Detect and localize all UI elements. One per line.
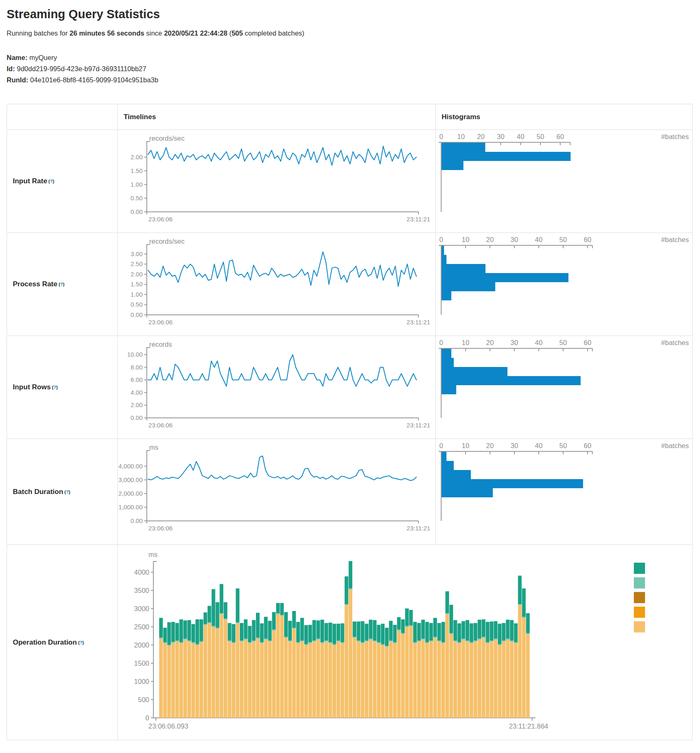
- svg-text:40: 40: [535, 442, 542, 449]
- svg-text:50: 50: [559, 236, 567, 243]
- svg-text:0: 0: [439, 236, 443, 243]
- svg-text:20: 20: [486, 442, 494, 449]
- histograms-column-header: Histograms: [436, 104, 693, 130]
- query-runid-line: RunId: 04e101e6-8bf8-4165-9099-9104c951b…: [7, 74, 697, 86]
- svg-text:23:06:06.093: 23:06:06.093: [148, 722, 188, 730]
- svg-text:10: 10: [462, 442, 469, 449]
- query-id-label: Id:: [7, 65, 15, 72]
- svg-text:50: 50: [559, 339, 567, 346]
- summary-suffix: completed batches): [243, 29, 304, 37]
- timelines-column-header: Timelines: [118, 104, 436, 130]
- input-rate-histogram-cell: #batches0102030405060: [436, 130, 693, 233]
- row-label-input-rows: Input Rows(?): [7, 336, 118, 439]
- input-rate-timeline-cell: records/sec0.000.501.001.502.0023:06:062…: [118, 130, 436, 233]
- svg-text:#batches: #batches: [661, 236, 689, 243]
- query-name-line: Name: myQuery: [7, 52, 697, 63]
- svg-text:1000: 1000: [134, 678, 149, 685]
- svg-text:0.00: 0.00: [131, 208, 143, 215]
- svg-text:4.00: 4.00: [131, 389, 143, 396]
- svg-text:23:06:06: 23:06:06: [148, 525, 172, 532]
- svg-text:50: 50: [559, 442, 567, 449]
- svg-text:10: 10: [457, 133, 465, 140]
- input-rows-histogram-chart: #batches0102030405060: [436, 337, 692, 432]
- svg-text:4000: 4000: [134, 568, 149, 576]
- svg-text:4,000.00: 4,000.00: [119, 463, 143, 470]
- input-rate-histogram-chart: #batches0102030405060: [436, 131, 692, 226]
- help-icon[interactable]: (?): [48, 179, 54, 184]
- query-metadata: Name: myQuery Id: 9d0dd219-995d-423e-b97…: [7, 52, 697, 86]
- legend-swatch: [634, 577, 645, 588]
- svg-text:0: 0: [439, 133, 443, 140]
- help-icon[interactable]: (?): [59, 282, 65, 287]
- input-rows-timeline-chart: records0.002.004.006.008.0010.0023:06:06…: [118, 337, 433, 439]
- summary-duration: 26 minutes 56 seconds: [69, 29, 144, 37]
- svg-text:1500: 1500: [134, 659, 149, 667]
- svg-text:0: 0: [439, 442, 443, 449]
- svg-text:1.00: 1.00: [131, 291, 143, 298]
- summary-paren: (: [227, 29, 232, 37]
- svg-text:0.00: 0.00: [131, 311, 143, 318]
- svg-text:3,000.00: 3,000.00: [119, 476, 143, 483]
- svg-text:60: 60: [584, 339, 591, 346]
- svg-text:23:11:21: 23:11:21: [406, 319, 430, 326]
- query-name-value: myQuery: [29, 54, 57, 61]
- help-icon[interactable]: (?): [78, 640, 84, 645]
- svg-text:30: 30: [497, 133, 504, 140]
- running-batches-summary: Running batches for 26 minutes 56 second…: [7, 29, 697, 37]
- svg-text:2.00: 2.00: [131, 153, 143, 161]
- corner-cell: [7, 104, 118, 130]
- svg-text:records/sec: records/sec: [149, 237, 184, 245]
- legend-swatch: [634, 607, 645, 618]
- svg-text:50: 50: [537, 133, 544, 140]
- svg-text:6.00: 6.00: [131, 376, 143, 383]
- row-label-process-rate: Process Rate(?): [7, 233, 118, 336]
- svg-text:0: 0: [439, 339, 443, 346]
- svg-text:40: 40: [517, 133, 524, 140]
- svg-text:2,000.00: 2,000.00: [119, 490, 143, 497]
- process-rate-timeline-cell: records/sec0.000.501.001.502.002.503.002…: [118, 233, 436, 336]
- svg-text:30: 30: [511, 339, 518, 346]
- legend-swatch: [634, 621, 645, 633]
- svg-text:30: 30: [511, 442, 518, 449]
- help-icon[interactable]: (?): [52, 385, 58, 390]
- svg-text:1.50: 1.50: [131, 281, 143, 288]
- svg-text:10.00: 10.00: [127, 351, 143, 358]
- svg-text:1.00: 1.00: [131, 181, 143, 188]
- svg-text:2.00: 2.00: [131, 401, 143, 408]
- svg-text:2.50: 2.50: [131, 260, 143, 267]
- svg-text:2500: 2500: [134, 623, 149, 631]
- svg-text:60: 60: [584, 442, 591, 449]
- svg-text:3000: 3000: [134, 605, 149, 612]
- row-label-operation-duration: Operation Duration(?): [7, 545, 118, 740]
- svg-text:40: 40: [535, 236, 542, 243]
- process-rate-histogram-cell: #batches0102030405060: [436, 233, 693, 336]
- svg-text:0.00: 0.00: [131, 517, 143, 524]
- query-name-label: Name:: [7, 54, 27, 61]
- legend-swatch: [634, 563, 645, 574]
- svg-text:2000: 2000: [134, 641, 149, 649]
- svg-text:500: 500: [138, 696, 149, 703]
- svg-text:0.50: 0.50: [131, 194, 143, 201]
- svg-text:23:06:06: 23:06:06: [148, 422, 172, 429]
- summary-mid: since: [144, 29, 164, 37]
- help-icon[interactable]: (?): [65, 489, 70, 494]
- svg-text:20: 20: [477, 133, 485, 140]
- svg-text:30: 30: [511, 236, 518, 243]
- input-rate-timeline-chart: records/sec0.000.501.001.502.0023:06:062…: [118, 131, 433, 233]
- svg-text:20: 20: [486, 236, 494, 243]
- statistics-table: Timelines Histograms Input Rate(?) recor…: [7, 104, 693, 740]
- batch-duration-timeline-cell: ms0.001,000.002,000.003,000.004,000.0023…: [118, 439, 436, 545]
- svg-text:0.50: 0.50: [131, 301, 143, 308]
- svg-text:20: 20: [486, 339, 494, 346]
- svg-text:1,000.00: 1,000.00: [119, 504, 143, 511]
- svg-text:10: 10: [462, 236, 469, 243]
- input-rows-histogram-cell: #batches0102030405060: [436, 336, 693, 439]
- streaming-query-statistics-page: Streaming Query Statistics Running batch…: [0, 7, 697, 740]
- svg-text:#batches: #batches: [661, 442, 689, 449]
- operation-duration-stacked-chart: ms0500100015002000250030003500400023:06:…: [118, 546, 693, 740]
- summary-count: 505: [232, 29, 243, 37]
- svg-text:23:06:06: 23:06:06: [148, 216, 172, 223]
- summary-timestamp: 2020/05/21 22:44:28: [164, 29, 227, 37]
- query-runid-value: 04e101e6-8bf8-4165-9099-9104c951ba3b: [30, 76, 158, 84]
- query-id-value: 9d0dd219-995d-423e-b97d-36931110bb27: [17, 65, 146, 72]
